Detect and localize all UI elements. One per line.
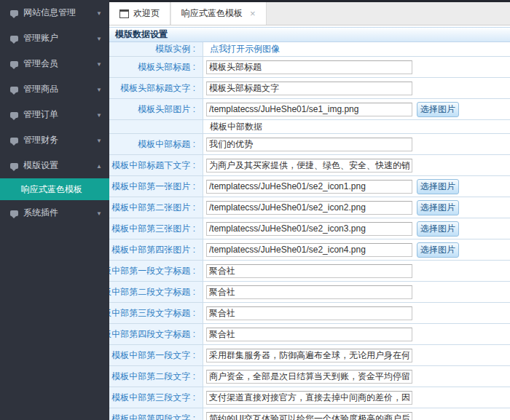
- template-data-panel: 模版数据设置 模版实例 : 点我打开示例图像 模板头部标题 : 模板头部标题文字…: [109, 27, 510, 420]
- field-label: 模板中部第一段文字 :: [109, 345, 203, 365]
- middle-image-2-path-input[interactable]: [206, 201, 412, 215]
- open-example-image-link[interactable]: 点我打开示例图像: [210, 43, 280, 55]
- form-row-middle-image-4: 模板中部第四张图片 : 选择图片: [109, 239, 510, 261]
- sidebar-item-products[interactable]: 管理商品 ▼: [0, 76, 109, 102]
- choose-image-button[interactable]: 选择图片: [417, 221, 459, 237]
- sidebar-subitem-label: 响应式蓝色模板: [21, 183, 82, 196]
- sidebar-item-label: 管理订单: [23, 108, 58, 121]
- form-row-paragraph-title-4: 模板中部第四段文字标题 :: [109, 324, 510, 345]
- sidebar-item-finance[interactable]: 管理财务 ▼: [0, 127, 109, 153]
- form-row-middle-image-3: 模板中部第三张图片 : 选择图片: [109, 218, 510, 239]
- chevron-down-icon: ▼: [96, 35, 102, 41]
- paragraph-title-2-input[interactable]: [206, 285, 412, 299]
- header-title-text-input[interactable]: [206, 82, 412, 95]
- field-label: 模板中部第一张图片 :: [109, 176, 203, 197]
- sidebar-item-label: 管理商品: [23, 83, 58, 95]
- field-label: 模板头部标题文字 :: [109, 78, 203, 98]
- field-label: 模板中部第四张图片 :: [109, 239, 203, 260]
- sidebar-item-template-settings[interactable]: 模版设置 ▲: [0, 153, 109, 178]
- sidebar-item-members[interactable]: 管理会员 ▼: [0, 51, 109, 76]
- field-label: 模板中部第四段文字 :: [109, 408, 203, 420]
- field-label: 模板中部第三段文字标题 :: [109, 303, 203, 323]
- paragraph-title-1-input[interactable]: [206, 264, 412, 278]
- form-row-header-title-text: 模板头部标题文字 :: [109, 78, 510, 99]
- chat-bubble-icon: [10, 10, 18, 16]
- field-label: 模板头部标题 :: [109, 57, 203, 77]
- form-row-paragraph-text-1: 模板中部第一段文字 :: [109, 345, 510, 366]
- sidebar-item-label: 管理账户: [23, 32, 58, 44]
- form-row-header-title: 模板头部标题 :: [109, 57, 510, 78]
- panel-title: 模版数据设置: [109, 28, 510, 42]
- chevron-down-icon: ▼: [96, 210, 102, 216]
- sidebar-item-system-plugins[interactable]: 系统插件 ▼: [0, 200, 109, 226]
- field-label: 模板中部第一段文字标题 :: [109, 261, 203, 281]
- chat-bubble-icon: [10, 61, 18, 67]
- chat-bubble-icon: [10, 163, 18, 169]
- middle-image-3-path-input[interactable]: [206, 222, 412, 236]
- sidebar-item-orders[interactable]: 管理订单 ▼: [0, 102, 109, 127]
- field-label: 模板中部第四段文字标题 :: [109, 324, 203, 344]
- sidebar-item-label: 管理会员: [23, 58, 58, 70]
- sidebar-item-accounts[interactable]: 管理账户 ▼: [0, 25, 109, 51]
- chevron-down-icon: ▼: [96, 86, 102, 92]
- middle-image-1-path-input[interactable]: [206, 180, 412, 194]
- sidebar-item-responsive-blue-template[interactable]: 响应式蓝色模板: [0, 178, 109, 200]
- form-row-header-image: 模板头部图片 : 选择图片: [109, 99, 510, 120]
- field-label: 模版实例 :: [109, 42, 203, 56]
- chat-bubble-icon: [10, 210, 18, 216]
- sidebar-item-label: 系统插件: [23, 207, 58, 219]
- paragraph-title-4-input[interactable]: [206, 328, 412, 341]
- form-row-middle-data-divider: 模板中部数据: [109, 120, 510, 134]
- chat-bubble-icon: [10, 36, 18, 41]
- sidebar-item-site-info[interactable]: 网站信息管理 ▼: [0, 0, 109, 25]
- tab-welcome[interactable]: 欢迎页: [109, 2, 170, 25]
- sidebar: 网站信息管理 ▼ 管理账户 ▼ 管理会员 ▼ 管理商品 ▼ 管理订单 ▼ 管理财…: [0, 0, 109, 420]
- paragraph-text-3-input[interactable]: [206, 391, 412, 405]
- form-row-paragraph-title-2: 模板中部第二段文字标题 :: [109, 282, 510, 303]
- header-image-path-input[interactable]: [206, 103, 412, 116]
- chevron-down-icon: ▼: [96, 60, 102, 67]
- chevron-down-icon: ▼: [96, 9, 102, 16]
- form-row-paragraph-title-1: 模板中部第一段文字标题 :: [109, 261, 510, 282]
- close-icon[interactable]: ×: [250, 9, 256, 18]
- middle-title-input[interactable]: [206, 138, 412, 151]
- form-row-paragraph-text-2: 模板中部第二段文字 :: [109, 366, 510, 387]
- field-label: 模板中部第二张图片 :: [109, 197, 203, 218]
- chat-bubble-icon: [10, 87, 18, 92]
- field-label: 模板中部第三段文字 :: [109, 387, 203, 408]
- paragraph-text-1-input[interactable]: [206, 349, 412, 362]
- tab-label: 欢迎页: [133, 7, 160, 20]
- choose-image-button[interactable]: 选择图片: [417, 102, 459, 117]
- section-divider-text: 模板中部数据: [210, 121, 262, 133]
- form-row-middle-image-2: 模板中部第二张图片 : 选择图片: [109, 197, 510, 218]
- tab-responsive-blue-template[interactable]: 响应式蓝色模板 ×: [170, 2, 267, 25]
- choose-image-button[interactable]: 选择图片: [417, 179, 459, 194]
- form-row-paragraph-text-3: 模板中部第三段文字 :: [109, 387, 510, 408]
- form-row-template-example: 模版实例 : 点我打开示例图像: [109, 42, 510, 57]
- middle-subtitle-text-input[interactable]: [206, 159, 412, 173]
- sidebar-item-label: 模版设置: [23, 159, 58, 172]
- paragraph-text-2-input[interactable]: [206, 370, 412, 384]
- tab-label: 响应式蓝色模板: [181, 7, 243, 20]
- tab-bar: 欢迎页 响应式蓝色模板 ×: [109, 2, 510, 25]
- window-icon: [119, 9, 129, 18]
- field-label: 模板中部第二段文字 :: [109, 366, 203, 387]
- middle-image-4-path-input[interactable]: [206, 243, 412, 257]
- form-row-paragraph-title-3: 模板中部第三段文字标题 :: [109, 303, 510, 324]
- form-row-paragraph-text-4: 模板中部第四段文字 :: [109, 408, 510, 420]
- paragraph-text-4-input[interactable]: [206, 412, 412, 420]
- field-label: 模板中部标题下文字 :: [109, 155, 203, 175]
- choose-image-button[interactable]: 选择图片: [417, 242, 459, 258]
- sidebar-item-label: 管理财务: [23, 134, 58, 146]
- field-label: 模板中部第三张图片 :: [109, 218, 203, 239]
- chat-bubble-icon: [10, 138, 18, 143]
- paragraph-title-3-input[interactable]: [206, 306, 412, 320]
- chevron-down-icon: ▼: [96, 137, 102, 143]
- form-row-middle-subtitle-text: 模板中部标题下文字 :: [109, 155, 510, 176]
- field-label: 模板中部第二段文字标题 :: [109, 282, 203, 302]
- field-label: 模板头部图片 :: [109, 99, 203, 119]
- form-row-middle-title: 模板中部标题 :: [109, 134, 510, 155]
- field-label: 模板中部标题 :: [109, 134, 203, 154]
- choose-image-button[interactable]: 选择图片: [417, 200, 459, 215]
- header-title-input[interactable]: [206, 60, 412, 74]
